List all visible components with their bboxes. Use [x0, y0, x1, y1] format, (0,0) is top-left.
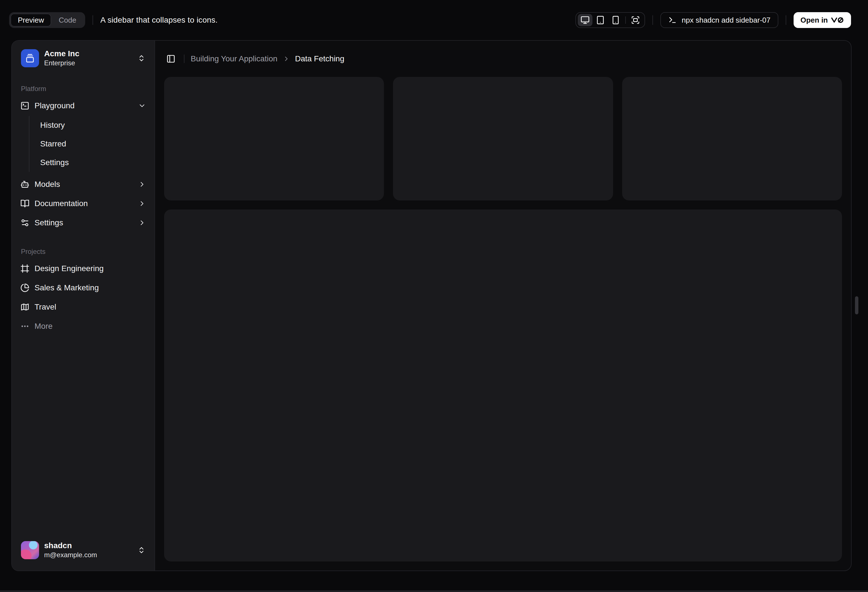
- ellipsis-icon: [21, 322, 30, 331]
- sidebar-item-playground[interactable]: Playground: [16, 97, 150, 115]
- sidebar-subitem-starred[interactable]: Starred: [35, 135, 150, 153]
- team-plan: Enterprise: [44, 59, 80, 67]
- sidebar-subitem-history[interactable]: History: [35, 116, 150, 134]
- content-area: [155, 77, 851, 570]
- view-toggle-group: Preview Code: [9, 12, 85, 28]
- sidebar-item-label: Design Engineering: [34, 264, 103, 273]
- sidebar-item-label: Documentation: [34, 199, 88, 208]
- toolbar-divider: [93, 15, 93, 25]
- user-name: shadcn: [44, 541, 97, 550]
- toolbar: Preview Code A sidebar that collapses to…: [0, 0, 868, 40]
- main-content: Building Your Application Data Fetching: [155, 41, 851, 570]
- header-divider: [184, 54, 185, 63]
- sidebar-group-platform: Platform Playground History Starred Sett…: [16, 81, 150, 233]
- chevron-right-icon: [138, 219, 146, 227]
- device-size-toggle-group: [576, 12, 645, 28]
- breadcrumb-parent-link[interactable]: Building Your Application: [191, 54, 278, 63]
- pie-chart-icon: [21, 283, 30, 292]
- chevrons-up-down-icon: [137, 546, 145, 554]
- terminal-icon: [668, 16, 677, 24]
- sidebar-item-label: Models: [34, 180, 60, 189]
- tablet-icon: [596, 16, 605, 25]
- sidebar-item-label: Sales & Marketing: [34, 283, 99, 292]
- gallery-vertical-end-icon: [25, 54, 34, 63]
- sidebar-subitem-settings[interactable]: Settings: [35, 154, 150, 171]
- chevron-right-icon: [138, 200, 146, 208]
- v0-logo-icon: [831, 17, 844, 24]
- sidebar-footer: shadcn m@example.com: [16, 538, 150, 563]
- next-section-edge: [0, 590, 868, 592]
- sidebar-item-sales-marketing[interactable]: Sales & Marketing: [16, 279, 150, 297]
- tab-preview[interactable]: Preview: [10, 13, 51, 27]
- content-header: Building Your Application Data Fetching: [155, 41, 851, 77]
- map-icon: [21, 302, 30, 312]
- team-switcher[interactable]: Acme Inc Enterprise: [16, 45, 150, 71]
- sidebar-item-label: Travel: [34, 302, 56, 312]
- sidebar-item-label: Settings: [34, 218, 63, 227]
- fullscreen-icon: [631, 16, 640, 25]
- breadcrumb: Building Your Application Data Fetching: [191, 54, 344, 63]
- sidebar-item-more[interactable]: More: [16, 317, 150, 335]
- user-avatar: [21, 541, 39, 559]
- block-description: A sidebar that collapses to icons.: [100, 16, 218, 25]
- app-sidebar: Acme Inc Enterprise Platform Playground …: [12, 41, 155, 570]
- tablet-view-button[interactable]: [593, 14, 608, 26]
- book-open-icon: [21, 199, 30, 208]
- breadcrumb-current-page: Data Fetching: [295, 54, 344, 63]
- bot-icon: [21, 180, 30, 189]
- mobile-view-button[interactable]: [608, 14, 623, 26]
- placeholder-card-row: [164, 77, 842, 200]
- square-terminal-icon: [21, 101, 30, 110]
- preview-resize-handle[interactable]: [855, 296, 858, 314]
- chevron-down-icon: [138, 102, 146, 110]
- sidebar-toggle-button[interactable]: [164, 52, 178, 66]
- frame-icon: [21, 264, 30, 273]
- install-command-button[interactable]: npx shadcn add sidebar-07: [660, 12, 779, 28]
- placeholder-card: [393, 77, 613, 200]
- playground-submenu: History Starred Settings: [29, 116, 150, 172]
- group-label-projects: Projects: [16, 244, 150, 259]
- sidebar-item-models[interactable]: Models: [16, 175, 150, 193]
- user-email: m@example.com: [44, 551, 97, 559]
- sidebar-item-documentation[interactable]: Documentation: [16, 194, 150, 213]
- sidebar-item-design-engineering[interactable]: Design Engineering: [16, 259, 150, 278]
- sidebar-item-label: More: [34, 322, 53, 331]
- open-in-v0-button[interactable]: Open in: [794, 12, 851, 28]
- chevron-right-icon: [283, 55, 290, 62]
- team-name: Acme Inc: [44, 50, 80, 58]
- block-preview-panel: Acme Inc Enterprise Platform Playground …: [11, 40, 852, 571]
- placeholder-card: [164, 77, 384, 200]
- tab-code[interactable]: Code: [51, 13, 83, 27]
- sidebar-item-label: Playground: [34, 101, 75, 110]
- team-logo: [21, 49, 39, 67]
- device-group-divider: [625, 16, 626, 24]
- user-menu[interactable]: shadcn m@example.com: [16, 538, 150, 563]
- toolbar-divider: [786, 15, 786, 25]
- sidebar-item-settings[interactable]: Settings: [16, 214, 150, 232]
- fullscreen-button[interactable]: [628, 14, 643, 26]
- monitor-icon: [580, 16, 590, 25]
- toolbar-divider: [652, 15, 653, 25]
- chevron-right-icon: [138, 180, 146, 188]
- sidebar-item-travel[interactable]: Travel: [16, 298, 150, 316]
- panel-left-icon: [166, 54, 176, 63]
- chevrons-up-down-icon: [137, 54, 145, 62]
- install-command-text: npx shadcn add sidebar-07: [682, 16, 771, 25]
- sidebar-group-projects: Projects Design Engineering Sales & Mark…: [16, 244, 150, 336]
- open-in-label: Open in: [800, 16, 828, 25]
- group-label-platform: Platform: [16, 81, 150, 96]
- placeholder-panel: [164, 209, 842, 561]
- placeholder-card: [622, 77, 842, 200]
- desktop-view-button[interactable]: [578, 14, 592, 26]
- smartphone-icon: [611, 16, 620, 25]
- settings-icon: [21, 218, 30, 227]
